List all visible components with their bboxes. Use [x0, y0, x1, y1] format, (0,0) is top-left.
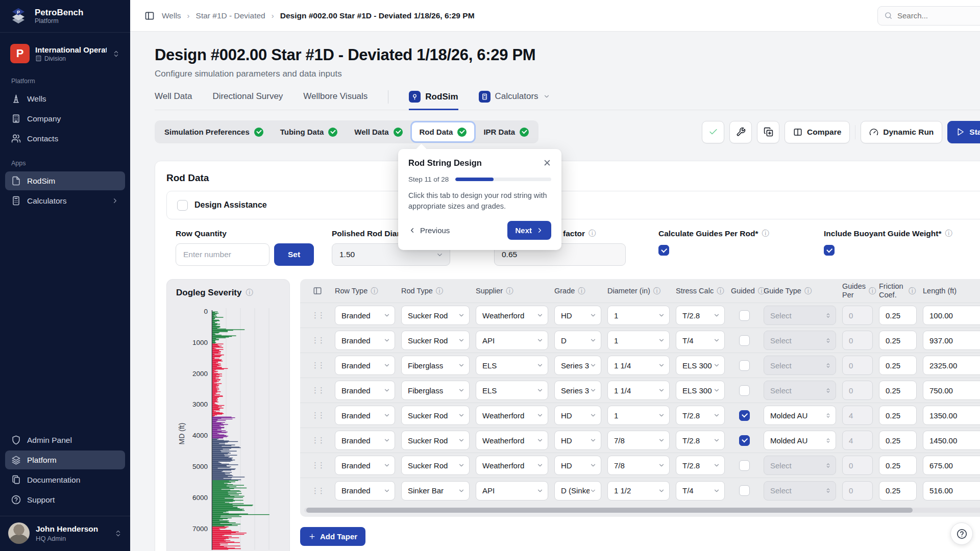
stress-calc-select[interactable]: T/2.8	[676, 456, 725, 475]
friction-coef-input[interactable]: 0.25	[879, 381, 917, 400]
row-type-select[interactable]: Branded	[335, 381, 395, 400]
sidebar-item-wells[interactable]: Wells	[5, 89, 125, 108]
drag-handle[interactable]: ⋮⋮	[306, 461, 329, 470]
sidebar-item-documentation[interactable]: Documentation	[5, 470, 125, 489]
guide-type-select[interactable]: Select	[764, 381, 836, 400]
sidebar-toggle-icon[interactable]	[144, 11, 155, 21]
calc-guides-checkbox[interactable]	[658, 245, 669, 256]
row-type-select[interactable]: Branded	[335, 331, 395, 350]
drag-handle[interactable]: ⋮⋮	[306, 311, 329, 320]
length-input[interactable]: 2325.00	[923, 356, 980, 375]
diameter-select[interactable]: 7/8	[607, 456, 670, 475]
stress-calc-select[interactable]: T/4	[676, 331, 725, 350]
supplier-select[interactable]: Weatherford	[476, 306, 548, 325]
length-input[interactable]: 516.00	[923, 481, 980, 500]
design-assistance-checkbox[interactable]	[177, 200, 188, 211]
sidebar-item-platform[interactable]: Platform	[5, 450, 125, 469]
diameter-select[interactable]: 7/8	[607, 431, 670, 450]
drag-handle[interactable]: ⋮⋮	[306, 386, 329, 395]
tab-wellbore-visuals[interactable]: Wellbore Visuals	[303, 91, 368, 109]
include-buoyant-checkbox[interactable]	[824, 245, 835, 256]
horizontal-scrollbar[interactable]	[304, 508, 980, 513]
friction-coef-input[interactable]: 0.25	[879, 481, 917, 500]
length-input[interactable]: 937.00	[923, 331, 980, 350]
grade-select[interactable]: D (Sinke	[554, 481, 601, 500]
row-type-select[interactable]: Branded	[335, 306, 395, 325]
row-type-select[interactable]: Branded	[335, 481, 395, 500]
stress-calc-select[interactable]: T/2.8	[676, 306, 725, 325]
pill-well-data[interactable]: Well Data	[347, 122, 410, 141]
static-run-button[interactable]: Static Run	[947, 121, 980, 143]
guide-type-select[interactable]: Molded AU	[764, 406, 836, 425]
sidebar-item-rodsim[interactable]: RodSim	[5, 171, 125, 190]
supplier-select[interactable]: Weatherford	[476, 431, 548, 450]
tab-directional-survey[interactable]: Directional Survey	[212, 91, 283, 109]
saved-check-button[interactable]	[702, 121, 724, 143]
length-input[interactable]: 1350.00	[923, 406, 980, 425]
add-taper-button[interactable]: Add Taper	[300, 527, 365, 546]
length-input[interactable]: 1450.00	[923, 431, 980, 450]
friction-coef-input[interactable]: 0.25	[879, 431, 917, 450]
set-button[interactable]: Set	[274, 243, 314, 266]
rod-type-select[interactable]: Sucker Rod	[401, 456, 470, 475]
help-button[interactable]	[950, 522, 973, 545]
supplier-select[interactable]: API	[476, 331, 548, 350]
friction-coef-input[interactable]: 0.25	[879, 306, 917, 325]
diameter-select[interactable]: 1	[607, 306, 670, 325]
guided-checkbox[interactable]	[739, 485, 750, 496]
stress-calc-select[interactable]: T/2.8	[676, 406, 725, 425]
diameter-select[interactable]: 1 1/2	[607, 481, 670, 500]
close-icon[interactable]: ✕	[543, 158, 551, 168]
guided-checkbox[interactable]	[739, 310, 750, 321]
length-input[interactable]: 675.00	[923, 456, 980, 475]
grade-select[interactable]: Series 3	[554, 381, 601, 400]
diameter-select[interactable]: 1	[607, 406, 670, 425]
tour-next-button[interactable]: Next	[507, 221, 551, 240]
grade-select[interactable]: HD	[554, 406, 601, 425]
sidebar-item-support[interactable]: Support	[5, 490, 125, 509]
guide-type-select[interactable]: Molded AU	[764, 431, 836, 450]
grade-select[interactable]: HD	[554, 456, 601, 475]
rod-type-select[interactable]: Fiberglass	[401, 381, 470, 400]
friction-coef-input[interactable]: 0.25	[879, 406, 917, 425]
row-quantity-input[interactable]	[176, 243, 270, 266]
tab-rodsim[interactable]: RodSim	[409, 91, 458, 110]
guided-checkbox[interactable]	[739, 410, 750, 421]
grade-select[interactable]: Series 3	[554, 356, 601, 375]
guided-checkbox[interactable]	[739, 385, 750, 396]
guide-type-select[interactable]: Select	[764, 356, 836, 375]
duplicate-button[interactable]	[757, 121, 779, 143]
diameter-select[interactable]: 1	[607, 331, 670, 350]
guided-checkbox[interactable]	[739, 335, 750, 346]
friction-coef-input[interactable]: 0.25	[879, 356, 917, 375]
supplier-select[interactable]: API	[476, 481, 548, 500]
length-input[interactable]: 750.00	[923, 381, 980, 400]
tab-well-data[interactable]: Well Data	[155, 91, 192, 109]
sidebar-item-admin-panel[interactable]: Admin Panel	[5, 431, 125, 449]
pill-tubing-data[interactable]: Tubing Data	[273, 122, 346, 141]
pill-ipr-data[interactable]: IPR Data	[476, 122, 536, 141]
diameter-select[interactable]: 1 1/4	[607, 356, 670, 375]
pill-rod-data[interactable]: Rod Data	[412, 122, 475, 141]
guided-checkbox[interactable]	[739, 460, 750, 471]
dynamic-run-button[interactable]: Dynamic Run	[861, 121, 942, 143]
supplier-select[interactable]: Weatherford	[476, 406, 548, 425]
drag-handle[interactable]: ⋮⋮	[306, 336, 329, 345]
breadcrumb-well[interactable]: Star #1D - Deviated	[196, 11, 265, 20]
supplier-select[interactable]: ELS	[476, 356, 548, 375]
rod-type-select[interactable]: Sucker Rod	[401, 306, 470, 325]
friction-coef-input[interactable]: 0.25	[879, 331, 917, 350]
supplier-select[interactable]: ELS	[476, 381, 548, 400]
search-input[interactable]	[897, 11, 980, 20]
grade-select[interactable]: HD	[554, 431, 601, 450]
tab-calculators[interactable]: Calculators	[479, 91, 550, 110]
grade-select[interactable]: D	[554, 331, 601, 350]
guided-checkbox[interactable]	[739, 435, 750, 446]
guide-type-select[interactable]: Select	[764, 331, 836, 350]
guide-type-select[interactable]: Select	[764, 306, 836, 325]
row-type-select[interactable]: Branded	[335, 456, 395, 475]
breadcrumb-wells[interactable]: Wells	[162, 11, 181, 20]
stress-calc-select[interactable]: T/2.8	[676, 431, 725, 450]
stress-calc-select[interactable]: ELS 300	[676, 356, 725, 375]
friction-coef-input[interactable]: 0.25	[879, 456, 917, 475]
